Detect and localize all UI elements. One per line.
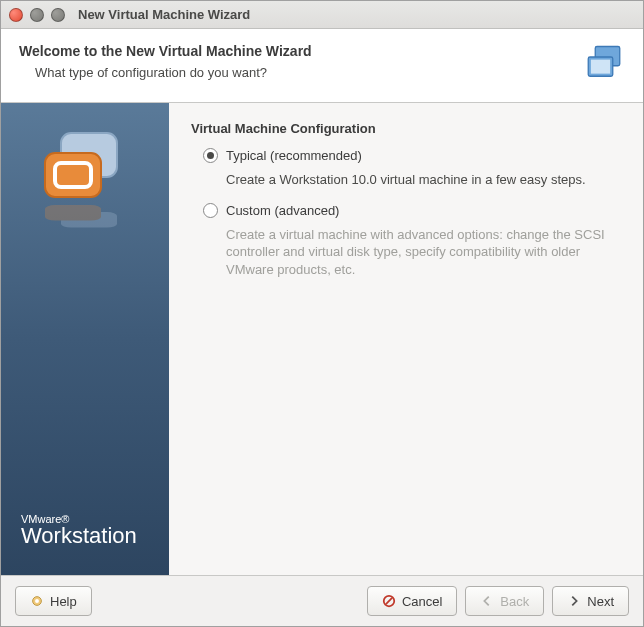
option-custom-label: Custom (advanced) xyxy=(226,203,339,218)
option-custom-desc: Create a virtual machine with advanced o… xyxy=(226,226,621,279)
help-icon xyxy=(30,594,44,608)
brand-name-big: Workstation xyxy=(21,523,169,549)
option-typical-label: Typical (recommended) xyxy=(226,148,362,163)
back-icon xyxy=(480,594,494,608)
radio-typical[interactable] xyxy=(203,148,218,163)
back-button: Back xyxy=(465,586,544,616)
footer-right-group: Cancel Back Next xyxy=(367,586,629,616)
help-label: Help xyxy=(50,594,77,609)
option-typical[interactable]: Typical (recommended) Create a Workstati… xyxy=(203,148,621,189)
svg-point-9 xyxy=(35,599,39,603)
option-typical-desc: Create a Workstation 10.0 virtual machin… xyxy=(226,171,621,189)
sidebar: VMware® Workstation xyxy=(1,103,169,575)
header-title: Welcome to the New Virtual Machine Wizar… xyxy=(19,43,312,59)
next-button[interactable]: Next xyxy=(552,586,629,616)
cancel-button[interactable]: Cancel xyxy=(367,586,457,616)
maximize-icon[interactable] xyxy=(51,8,65,22)
wizard-body: VMware® Workstation Virtual Machine Conf… xyxy=(1,103,643,575)
wizard-window: New Virtual Machine Wizard Welcome to th… xyxy=(0,0,644,627)
svg-line-11 xyxy=(386,598,392,604)
cancel-icon xyxy=(382,594,396,608)
option-custom[interactable]: Custom (advanced) Create a virtual machi… xyxy=(203,203,621,279)
close-icon[interactable] xyxy=(9,8,23,22)
titlebar: New Virtual Machine Wizard xyxy=(1,1,643,29)
minimize-icon[interactable] xyxy=(30,8,44,22)
next-label: Next xyxy=(587,594,614,609)
wizard-header: Welcome to the New Virtual Machine Wizar… xyxy=(1,29,643,103)
next-icon xyxy=(567,594,581,608)
window-title: New Virtual Machine Wizard xyxy=(78,7,250,22)
svg-rect-7 xyxy=(45,205,101,220)
wizard-footer: Help Cancel Back Next xyxy=(1,575,643,626)
cancel-label: Cancel xyxy=(402,594,442,609)
help-button[interactable]: Help xyxy=(15,586,92,616)
vm-icon xyxy=(583,43,625,88)
svg-rect-2 xyxy=(591,60,610,74)
back-label: Back xyxy=(500,594,529,609)
section-title: Virtual Machine Configuration xyxy=(191,121,621,136)
radio-custom[interactable] xyxy=(203,203,218,218)
brand-text: VMware® Workstation xyxy=(1,513,169,549)
header-text: Welcome to the New Virtual Machine Wizar… xyxy=(19,43,312,80)
content-panel: Virtual Machine Configuration Typical (r… xyxy=(169,103,643,575)
vmware-logo-icon xyxy=(35,131,135,241)
header-subtitle: What type of configuration do you want? xyxy=(35,65,312,80)
